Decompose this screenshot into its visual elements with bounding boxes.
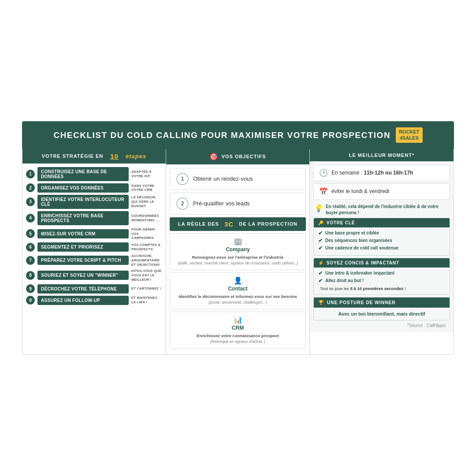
step-item: 4 Enrichissez votre base prospects COORD… [26,211,162,225]
tip-text: 💡 En réalité, cela dépend de l'industrie… [313,202,450,218]
c-card-icon: 📊 [175,316,300,324]
lightbulb-icon: 💡 [314,204,323,213]
step-note: ACCROCHE, ARGUMENTAIRE ET OBJECTIONS [131,254,162,267]
c-card-desc: Enrichissez votre connaissance prospect … [175,333,300,345]
step-item: 2 Organisez vos données DANS VOTRE VOTRE… [26,183,162,193]
obj-text: Pré-qualifier vos leads [193,200,250,207]
step-number: 8 [26,271,35,280]
checkmark-icon: ✔ [318,238,323,244]
clock-icon: 🕐 [319,169,328,177]
step-label: Misez-sur votre CRM [37,229,129,238]
mid-col-body: 1 Obtenir un rendez-vous 2 Pré-qualifier… [166,164,309,354]
header-bar: CHECKLIST DU COLD CALLING POUR MAXIMISER… [22,121,454,149]
check-item: ✔Une base propre et ciblée [318,230,445,236]
source-note: *Source : CallHippo [313,320,450,329]
step-note: LE DÉCIDEUR, QUI GÈRE LE BUDGET [131,195,162,208]
c-card-icon: 🏢 [175,237,300,245]
check-item: ✔Une intro & icebreaker impactant [318,270,445,276]
step-note: COORDONNÉES MOMENTUMS ... [131,214,162,223]
outer-wrapper: CHECKLIST DU COLD CALLING POUR MAXIMISER… [0,0,476,476]
right-col-header: LE MEILLEUR MOMENT* [310,149,454,161]
check-text: Une base propre et ciblée [325,231,379,235]
check-item: ✔Des séquences bien organisées [318,238,445,244]
mid-col-header: 🎯 VOS OBJECTIFS [166,149,309,164]
right-col-body: 🕐En semaine : 11h-12h ou 16h-17h📅éviter … [310,161,454,332]
obj-number: 2 [176,197,189,210]
step-label: Identifiez votre interlocuteur clé [37,195,129,209]
time-item: 📅éviter le lundi & vendredi [313,183,450,200]
c-cards-container: 🏢 Company Renseignez-vous sur l'entrepri… [170,233,306,349]
c-card-desc: Renseignez-vous sur l'entreprise et l'in… [175,254,300,266]
check-text: Des séquences bien organisées [325,238,392,243]
step-item: 9 Décrochez votre téléphone ET CARTONNEZ… [26,284,162,294]
rocket-logo: ROCKET 4SALES [396,127,422,142]
step-number: 6 [26,243,35,252]
c-card: 🏢 Company Renseignez-vous sur l'entrepri… [170,233,306,270]
left-col-body: 1 Construisez une base de données ADAPTÉ… [22,164,166,311]
step-item: 7 Préparez votre script & pitch ACCROCHE… [26,254,162,267]
left-column: VOTRE STRATÉGIE EN 10 étapes 1 Construis… [22,149,166,354]
concis-items: ✔Une intro & icebreaker impactant✔Allez … [318,270,445,284]
votre-cle-header: 🔑 VOTRE CLÉ [314,218,450,227]
obj-text: Obtenir un rendez-vous [193,175,253,182]
time-items-container: 🕐En semaine : 11h-12h ou 16h-17h📅éviter … [313,165,450,200]
checkmark-icon: ✔ [318,245,323,251]
time-avoid-text: éviter le lundi & vendredi [331,188,389,194]
calendar-icon: 📅 [319,187,328,196]
step-label: Enrichissez votre base prospects [37,211,129,225]
step-number: 4 [26,214,35,223]
step-label: Construisez une base de données [37,167,129,181]
step-item: 6 Segmentez et priorisez VOS COMPTES & P… [26,242,162,252]
regle-header: LA RÈGLE DES 3C DE LA PROSPECTION [170,217,306,231]
winner-header: 🏆 UNE POSTURE DE WINNER [314,298,450,308]
step-label: Préparez votre script & pitch [37,256,129,265]
step-label: Décrochez votre téléphone [37,284,129,294]
step-number: 3 [26,197,35,206]
step-note: ADAPTÉE À VOTRE ICP [131,170,162,178]
mid-column: 🎯 VOS OBJECTIFS 1 Obtenir un rendez-vous… [166,149,310,354]
concis-header: ⚡ SOYEZ CONCIS & IMPACTANT [314,258,450,268]
checkmark-icon: ✔ [318,278,323,284]
objective-item: 2 Pré-qualifier vos leads [170,193,306,215]
step-label: Souriez et soyez un "winner" [37,271,129,280]
c-card-title: CRM [175,325,300,331]
votre-cle-box: 🔑 VOTRE CLÉ ✔Une base propre et ciblée✔D… [313,218,450,256]
left-col-header: VOTRE STRATÉGIE EN 10 étapes [22,149,166,164]
check-text: Une intro & icebreaker impactant [325,271,394,275]
right-column: LE MEILLEUR MOMENT* 🕐En semaine : 11h-12… [310,149,454,354]
c-card-icon: 👤 [175,276,300,285]
step-label: Organisez vos données [37,183,129,193]
c-card: 📊 CRM Enrichissez votre connaissance pro… [170,312,306,349]
steps-container: 1 Construisez une base de données ADAPTÉ… [26,167,162,305]
concis-box: ⚡ SOYEZ CONCIS & IMPACTANT ✔Une intro & … [313,258,450,295]
obj-number: 1 [176,173,189,185]
checkmark-icon: ✔ [318,230,323,236]
main-columns: VOTRE STRATÉGIE EN 10 étapes 1 Construis… [22,149,454,355]
step-note: VOS COMPTES & PROSPECTS [131,243,162,252]
step-item: 9 Assurez un follow-up ET MAINTENEZ LE L… [26,296,162,305]
time-item: 🕐En semaine : 11h-12h ou 16h-17h [313,165,450,181]
step-number: 7 [26,256,35,265]
time-text: En semaine : 11h-12h ou 16h-17h [331,170,413,176]
votre-cle-body: ✔Une base propre et ciblée✔Des séquences… [314,227,450,255]
step-note: POUR GÉRER VOS CAMPAGNES [131,227,162,240]
winner-box: 🏆 UNE POSTURE DE WINNER Avec un ton bien… [313,297,450,320]
step-item: 3 Identifiez votre interlocuteur clé LE … [26,195,162,209]
step-note: ET CARTONNEZ ! [131,286,162,291]
step-number: 9 [26,284,35,293]
step-number: 9 [26,296,35,305]
step-item: 8 Souriez et soyez un "winner" DITES-VOU… [26,269,162,282]
step-number: 1 [26,170,35,178]
step-item: 5 Misez-sur votre CRM POUR GÉRER VOS CAM… [26,227,162,240]
step-note: DANS VOTRE VOTRE CRM [131,184,162,193]
check-text: Une cadence de cold call soutenue [325,245,398,250]
seconds-note: Tout se joue les 5 à 10 premières second… [318,285,445,292]
c-card-desc: Identifiez le décisionnaire et informez-… [175,294,300,305]
winner-body: Avec un ton bienveillant, mais directif [314,308,450,320]
checkmark-icon: ✔ [318,270,323,276]
step-number: 5 [26,229,35,238]
objective-item: 1 Obtenir un rendez-vous [170,168,306,190]
infographic-card: CHECKLIST DU COLD CALLING POUR MAXIMISER… [22,121,454,354]
check-text: Allez droit au but ! [325,278,364,283]
c-card: 👤 Contact Identifiez le décisionnaire et… [170,272,306,309]
